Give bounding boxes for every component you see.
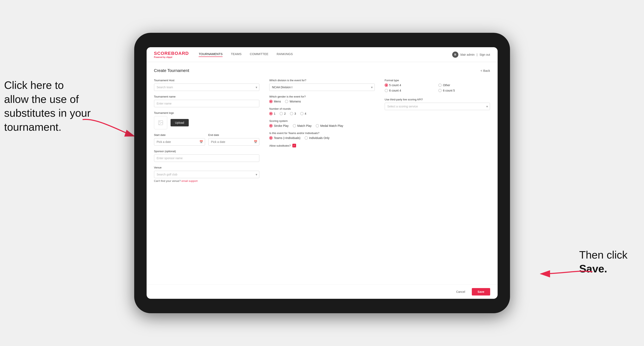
gender-label: Which gender is the event for? (269, 95, 375, 98)
avatar: B (452, 51, 458, 58)
start-date-input[interactable] (154, 138, 205, 146)
division-group: Which division is the event for? NCAA Di… (269, 79, 375, 91)
end-date-group: End date 📅 (208, 133, 259, 146)
format-options-grid: 5 count 4 Other 6 count 4 (385, 84, 490, 92)
nav-teams[interactable]: TEAMS (231, 52, 242, 57)
back-button[interactable]: < Back (480, 69, 490, 72)
end-date-input[interactable] (208, 138, 259, 146)
logo-red: SCORE (154, 51, 171, 56)
scoring-medal-radio[interactable] (316, 124, 319, 127)
gender-mens[interactable]: Mens (269, 100, 281, 103)
format-6count5[interactable]: 6 count 5 (438, 89, 490, 92)
scoring-match[interactable]: Match Play (293, 124, 312, 127)
teams-plus-radio[interactable] (269, 136, 272, 140)
sponsor-input[interactable] (154, 155, 260, 162)
nav-bar: SCOREBOARD Powered by clippd TOURNAMENTS… (146, 47, 498, 62)
rounds-2[interactable]: 2 (280, 112, 286, 115)
rounds-label: Number of rounds (269, 107, 375, 110)
scoring-match-radio[interactable] (293, 124, 296, 127)
nav-rankings[interactable]: RANKINGS (277, 52, 293, 57)
format-5count4-label: 5 count 4 (389, 84, 401, 87)
format-5count4-radio[interactable] (385, 84, 388, 87)
rounds-3-radio[interactable] (290, 112, 293, 115)
scoring-stroke-label: Stroke Play (274, 124, 289, 127)
venue-input[interactable] (154, 171, 260, 178)
gender-womens-label: Womens (290, 100, 301, 103)
tournament-host-label: Tournament Host (154, 79, 260, 82)
logo-powered: Powered by clippd (154, 56, 189, 58)
tournament-host-input[interactable] (154, 84, 260, 91)
rounds-1-radio[interactable] (269, 112, 272, 115)
scoring-stroke-radio[interactable] (269, 124, 272, 127)
tournament-logo-group: Tournament logo Upload (154, 111, 260, 129)
page-title: Create Tournament (154, 68, 189, 73)
rounds-3[interactable]: 3 (290, 112, 296, 115)
scoring-medal[interactable]: Medal Match Play (316, 124, 343, 127)
scoring-api-label: Use third-party live scoring API? (385, 98, 490, 101)
upload-button[interactable]: Upload (170, 119, 189, 126)
nav-committee[interactable]: COMMITTEE (250, 52, 268, 57)
cancel-button[interactable]: Cancel (453, 288, 468, 296)
start-date-wrapper: 📅 (154, 138, 205, 146)
allow-subs-checkbox[interactable]: ✓ (292, 144, 296, 148)
teams-plus-indiv[interactable]: Teams (+Individuals) (269, 136, 300, 140)
scoring-medal-label: Medal Match Play (320, 124, 343, 127)
rounds-4-radio[interactable] (300, 112, 304, 115)
rounds-1[interactable]: 1 (269, 112, 276, 115)
form-col-1: Tournament Host Tournament name Tourname… (154, 79, 260, 187)
format-other-radio[interactable] (438, 84, 442, 87)
brand-name: clippd (166, 56, 172, 58)
rounds-3-label: 3 (294, 112, 296, 115)
rounds-4-label: 4 (305, 112, 306, 115)
sponsor-label: Sponsor (optional) (154, 150, 260, 153)
end-date-wrapper: 📅 (208, 138, 259, 146)
indiv-only[interactable]: Individuals Only (304, 136, 330, 140)
format-label: Format type (385, 79, 490, 82)
svg-point-3 (160, 122, 160, 122)
tablet-frame: SCOREBOARD Powered by clippd TOURNAMENTS… (134, 33, 510, 313)
format-5count4[interactable]: 5 count 4 (385, 84, 436, 87)
rounds-2-label: 2 (284, 112, 286, 115)
format-6count4-label: 6 count 4 (389, 89, 401, 92)
powered-by-text: Powered by (154, 56, 166, 58)
venue-help-link[interactable]: email support (182, 179, 198, 182)
save-button[interactable]: Save (472, 288, 490, 296)
format-6count4[interactable]: 6 count 4 (385, 89, 436, 92)
division-select-wrapper: NCAA Division I (269, 84, 375, 91)
end-date-label: End date (208, 133, 259, 137)
format-6count5-radio[interactable] (438, 89, 442, 92)
rounds-group: Number of rounds 1 2 (269, 107, 375, 115)
scoring-api-group: Use third-party live scoring API? Select… (385, 98, 490, 110)
nav-user: B blair admin | Sign out (452, 51, 490, 58)
tournament-name-input[interactable] (154, 100, 260, 107)
scoring-stroke[interactable]: Stroke Play (269, 124, 289, 127)
allow-subs-group: Allow substitutes? ✓ (269, 144, 375, 148)
tournament-host-group: Tournament Host (154, 79, 260, 91)
user-name: blair admin (460, 53, 474, 56)
rounds-radio-group: 1 2 3 4 (269, 112, 375, 115)
logo-scoreboard: SCOREBOARD (154, 51, 189, 56)
allow-subs-label: Allow substitutes? (269, 144, 291, 147)
indiv-only-radio[interactable] (304, 136, 308, 140)
gender-womens-radio[interactable] (285, 100, 288, 103)
end-date-icon: 📅 (254, 140, 257, 144)
scoring-service-wrapper: Select a scoring service (385, 103, 490, 110)
division-select[interactable]: NCAA Division I (269, 84, 375, 91)
start-date-group: Start date 📅 (154, 133, 205, 146)
logo-placeholder (154, 116, 167, 129)
sign-out-link[interactable]: Sign out (480, 53, 490, 56)
tournament-host-select-wrapper (154, 84, 260, 91)
format-other[interactable]: Other (438, 84, 490, 87)
venue-select-wrapper (154, 171, 260, 178)
nav-tournaments[interactable]: TOURNAMENTS (199, 52, 222, 57)
rounds-4[interactable]: 4 (300, 112, 306, 115)
scoring-service-select[interactable]: Select a scoring service (385, 103, 490, 110)
rounds-2-radio[interactable] (280, 112, 283, 115)
format-6count5-label: 6 count 5 (443, 89, 455, 92)
nav-separator: | (476, 53, 477, 56)
scoring-radio-group: Stroke Play Match Play Medal Match Play (269, 124, 375, 127)
gender-mens-radio[interactable] (269, 100, 272, 103)
tournament-name-label: Tournament name (154, 95, 260, 98)
gender-womens[interactable]: Womens (285, 100, 301, 103)
format-6count4-radio[interactable] (385, 89, 388, 92)
